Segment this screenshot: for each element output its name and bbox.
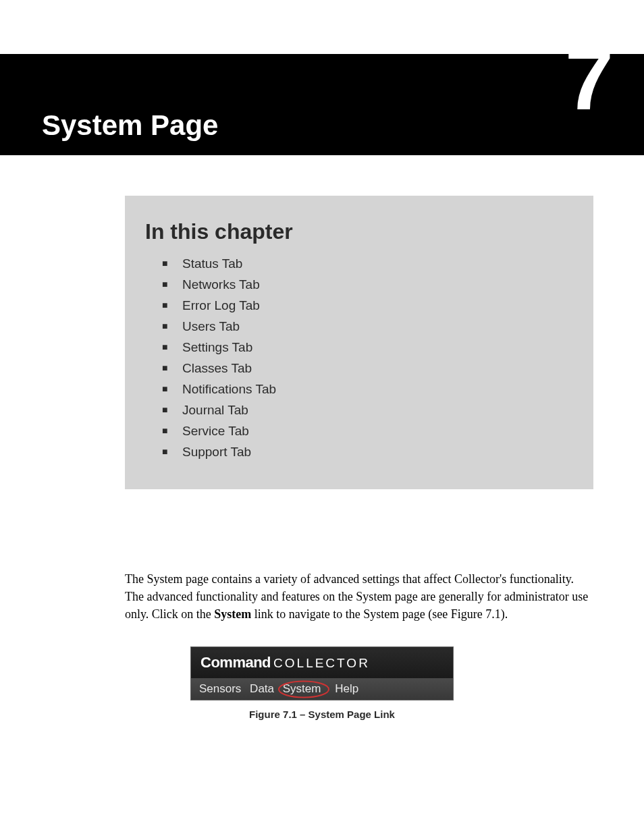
app-nav-bar: Sensors Data System Help xyxy=(191,678,453,700)
chapter-box-title: In this chapter xyxy=(145,219,573,244)
body-text-part: link to navigate to the System page (see… xyxy=(251,607,508,621)
list-item: Notifications Tab xyxy=(182,382,573,397)
app-screenshot: CommandCOLLECTOR Sensors Data System Hel… xyxy=(190,646,454,700)
nav-system-highlighted[interactable]: System xyxy=(283,682,327,696)
chapter-number: 7 xyxy=(565,35,614,123)
chapter-header: System Page 7 xyxy=(0,54,644,155)
list-item: Error Log Tab xyxy=(182,298,573,313)
list-item: Users Tab xyxy=(182,319,573,334)
nav-sensors[interactable]: Sensors xyxy=(199,682,241,696)
figure-container: CommandCOLLECTOR Sensors Data System Hel… xyxy=(0,646,644,720)
nav-help[interactable]: Help xyxy=(335,682,358,696)
list-item: Settings Tab xyxy=(182,340,573,355)
body-text-bold: System xyxy=(214,607,251,621)
list-item: Service Tab xyxy=(182,424,573,439)
figure-caption: Figure 7.1 – System Page Link xyxy=(0,709,644,720)
list-item: Support Tab xyxy=(182,445,573,460)
app-brand-bold: Command xyxy=(200,654,271,671)
app-brand-light: COLLECTOR xyxy=(273,656,370,670)
nav-system-label: System xyxy=(283,682,321,696)
body-paragraph: The System page contains a variety of ad… xyxy=(125,570,590,623)
in-this-chapter-box: In this chapter Status Tab Networks Tab … xyxy=(125,196,593,489)
app-title-bar: CommandCOLLECTOR xyxy=(191,647,453,678)
list-item: Classes Tab xyxy=(182,361,573,376)
chapter-topic-list: Status Tab Networks Tab Error Log Tab Us… xyxy=(145,256,573,460)
chapter-title: System Page xyxy=(42,109,218,142)
nav-data[interactable]: Data xyxy=(250,682,274,696)
list-item: Journal Tab xyxy=(182,403,573,418)
list-item: Status Tab xyxy=(182,256,573,271)
list-item: Networks Tab xyxy=(182,277,573,292)
